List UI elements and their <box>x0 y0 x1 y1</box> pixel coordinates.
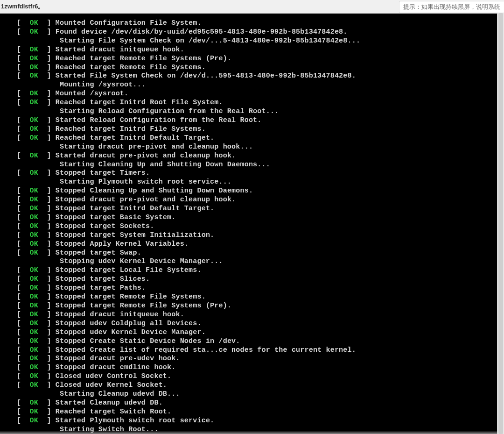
status-ok: OK <box>30 249 38 257</box>
log-line: Starting Reload Configuration from the R… <box>17 107 504 116</box>
status-ok: OK <box>30 381 38 389</box>
boot-log: [ OK ] Mounted Configuration File System… <box>0 14 504 434</box>
log-line: [ OK ] Stopped target Swap. <box>17 249 504 258</box>
status-ok: OK <box>30 320 38 327</box>
log-message: Stopped target Timers. <box>56 169 150 177</box>
log-message: Closed udev Kernel Socket. <box>56 381 167 389</box>
log-message: Mounting /sysroot... <box>60 81 146 89</box>
log-line: Starting dracut pre-pivot and cleanup ho… <box>17 143 504 152</box>
log-line: [ OK ] Closed udev Control Socket. <box>17 372 504 381</box>
status-ok: OK <box>30 328 38 336</box>
log-message: Started File System Check on /dev/d...59… <box>56 72 356 80</box>
log-message: Stopped target Remote File Systems (Pre)… <box>56 302 231 310</box>
status-ok: OK <box>30 337 38 345</box>
status-ok: OK <box>30 152 38 160</box>
log-message: Reached target Remote File Systems (Pre)… <box>56 55 231 63</box>
top-bar: 1zwmfdlstfr6。 提示：如果出现持续黑屏，说明系统 <box>0 0 504 14</box>
log-line: [ OK ] Started dracut pre-pivot and clea… <box>17 152 504 161</box>
log-message: Started dracut initqueue hook. <box>56 46 184 54</box>
log-line: [ OK ] Stopped dracut pre-pivot and clea… <box>17 196 504 205</box>
status-ok: OK <box>30 355 38 363</box>
status-ok: OK <box>30 19 38 27</box>
log-message: Stopped target Slices. <box>56 275 150 283</box>
log-message: Reached target Switch Root. <box>56 408 171 416</box>
log-message: Stopped target Basic System. <box>56 213 176 221</box>
status-ok: OK <box>30 302 38 310</box>
log-line: [ OK ] Stopped udev Coldplug all Devices… <box>17 320 504 328</box>
log-line: [ OK ] Started Reload Configuration from… <box>17 116 504 125</box>
log-line: [ OK ] Closed udev Kernel Socket. <box>17 381 504 390</box>
log-line: [ OK ] Stopped Cleaning Up and Shutting … <box>17 187 504 196</box>
status-ok: OK <box>30 346 38 354</box>
log-message: Stopped target Initrd Default Target. <box>56 205 214 213</box>
log-message: Stopped dracut pre-pivot and cleanup hoo… <box>56 196 236 204</box>
log-message: Stopping udev Kernel Device Manager... <box>60 257 223 265</box>
log-message: Stopped dracut initqueue hook. <box>56 311 184 319</box>
log-line: [ OK ] Mounted Configuration File System… <box>17 19 504 28</box>
log-message: Stopped target Sockets. <box>56 222 154 230</box>
log-line: [ OK ] Reached target Initrd Default Tar… <box>17 134 504 143</box>
log-line: [ OK ] Stopped target Sockets. <box>17 222 504 231</box>
log-line: [ OK ] Stopped Create list of required s… <box>17 346 504 355</box>
log-message: Stopped target Remote File Systems. <box>56 293 206 301</box>
log-message: Stopped Create list of required sta...ce… <box>56 346 356 354</box>
status-ok: OK <box>30 408 38 416</box>
log-message: Starting Switch Root... <box>60 426 159 434</box>
status-ok: OK <box>30 372 38 380</box>
log-line: [ OK ] Started Plymouth switch root serv… <box>17 417 504 426</box>
log-message: Stopped dracut pre-udev hook. <box>56 355 180 363</box>
log-message: Mounted /sysroot. <box>56 90 128 98</box>
status-ok: OK <box>30 90 38 98</box>
log-message: Stopped Apply Kernel Variables. <box>56 240 189 248</box>
scrollbar-thumb[interactable] <box>498 13 503 434</box>
status-ok: OK <box>30 275 38 283</box>
log-message: Found device /dev/disk/by-uuid/ed95c595-… <box>56 28 348 36</box>
log-message: Stopped dracut cmdline hook. <box>56 363 176 371</box>
log-line: Stopping udev Kernel Device Manager... <box>17 257 504 266</box>
log-line: [ OK ] Stopped dracut pre-udev hook. <box>17 355 504 363</box>
console-viewport: [ OK ] Mounted Configuration File System… <box>0 14 504 434</box>
log-message: Started Cleanup udevd DB. <box>56 399 163 407</box>
log-line: Starting Plymouth switch root service... <box>17 178 504 187</box>
log-message: Closed udev Control Socket. <box>56 372 171 380</box>
log-line: [ OK ] Stopped dracut cmdline hook. <box>17 363 504 372</box>
log-line: Starting File System Check on /dev/...5-… <box>17 37 504 46</box>
status-ok: OK <box>30 64 38 71</box>
status-ok: OK <box>30 55 38 63</box>
log-message: Stopped udev Kernel Device Manager. <box>56 328 206 336</box>
status-ok: OK <box>30 417 38 425</box>
log-message: Stopped target System Initialization. <box>56 231 214 239</box>
status-ok: OK <box>30 311 38 319</box>
log-message: Started Reload Configuration from the Re… <box>56 116 262 124</box>
log-line: Starting Cleaning Up and Shutting Down D… <box>17 161 504 170</box>
log-message: Reached target Initrd Default Target. <box>56 134 214 142</box>
status-ok: OK <box>30 46 38 54</box>
log-line: [ OK ] Stopped Create Static Device Node… <box>17 337 504 346</box>
log-message: Stopped Cleaning Up and Shutting Down Da… <box>56 187 253 195</box>
log-line: [ OK ] Started Cleanup udevd DB. <box>17 399 504 408</box>
status-ok: OK <box>30 266 38 274</box>
vertical-scrollbar[interactable] <box>497 13 504 434</box>
log-message: Mounted Configuration File System. <box>56 19 202 27</box>
log-message: Reached target Initrd Root File System. <box>56 99 223 107</box>
log-line: [ OK ] Stopped udev Kernel Device Manage… <box>17 328 504 337</box>
log-line: [ OK ] Reached target Switch Root. <box>17 408 504 417</box>
status-ok: OK <box>30 28 38 36</box>
status-ok: OK <box>30 169 38 177</box>
log-line: [ OK ] Started dracut initqueue hook. <box>17 46 504 55</box>
hint-box: 提示：如果出现持续黑屏，说明系统 <box>399 1 504 13</box>
log-line: [ OK ] Stopped target Local File Systems… <box>17 266 504 275</box>
log-line: [ OK ] Stopped target Paths. <box>17 284 504 293</box>
status-ok: OK <box>30 72 38 80</box>
status-ok: OK <box>30 187 38 195</box>
log-line: [ OK ] Stopped target System Initializat… <box>17 231 504 240</box>
log-line: [ OK ] Reached target Initrd File System… <box>17 125 504 134</box>
log-message: Starting Reload Configuration from the R… <box>60 107 279 115</box>
status-ok: OK <box>30 240 38 248</box>
status-ok: OK <box>30 99 38 107</box>
status-ok: OK <box>30 196 38 204</box>
log-line: [ OK ] Stopped target Slices. <box>17 275 504 284</box>
status-ok: OK <box>30 363 38 371</box>
log-line: Starting Switch Root... <box>17 426 504 434</box>
log-message: Started dracut pre-pivot and cleanup hoo… <box>56 152 236 160</box>
